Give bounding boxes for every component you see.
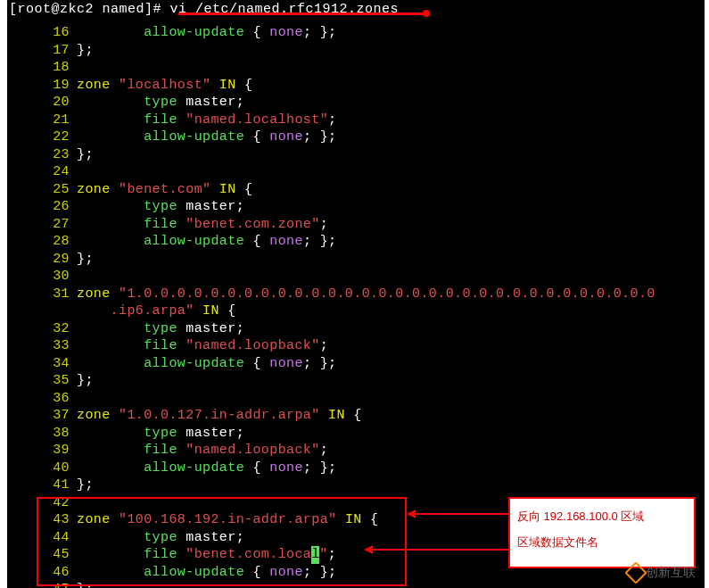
line-content: type master;: [77, 320, 244, 338]
code-line[interactable]: 37zone "1.0.0.127.in-addr.arpa" IN {: [7, 407, 705, 425]
line-content: type master;: [77, 425, 244, 443]
line-number: 23: [7, 146, 77, 164]
code-line[interactable]: 23};: [7, 146, 705, 164]
code-line[interactable]: 40 allow-update { none; };: [7, 460, 705, 477]
line-number: 16: [7, 24, 77, 42]
line-number: 30: [7, 268, 77, 286]
line-number: 40: [7, 460, 77, 477]
line-number: 33: [7, 337, 77, 355]
line-number: 31: [7, 286, 77, 303]
code-line[interactable]: 47};: [7, 581, 705, 588]
code-line[interactable]: 18: [7, 59, 705, 77]
line-content: file "benet.com.zone";: [77, 216, 328, 234]
line-number: 38: [7, 425, 77, 443]
line-number: 29: [7, 251, 77, 269]
line-number: 24: [7, 163, 77, 181]
command-underline-annotation: [178, 12, 428, 15]
line-number: 35: [7, 372, 77, 390]
code-line[interactable]: 25zone "benet.com" IN {: [7, 181, 705, 199]
code-line[interactable]: 33 file "named.loopback";: [7, 337, 705, 355]
line-number: 22: [7, 128, 77, 146]
line-number: 26: [7, 198, 77, 216]
code-line[interactable]: 38 type master;: [7, 425, 705, 443]
line-content: allow-update { none; };: [77, 355, 336, 373]
line-number: 42: [7, 494, 77, 512]
line-number: 32: [7, 320, 77, 338]
code-line[interactable]: 35};: [7, 372, 705, 390]
code-line[interactable]: 22 allow-update { none; };: [7, 128, 705, 146]
line-number: 21: [7, 112, 77, 129]
code-line[interactable]: 21 file "named.localhost";: [7, 112, 705, 129]
line-number: 25: [7, 181, 77, 199]
line-content: zone "100.168.192.in-addr.arpa" IN {: [77, 511, 379, 529]
code-line[interactable]: 20 type master;: [7, 94, 705, 112]
line-number: 44: [7, 529, 77, 547]
code-line[interactable]: 29};: [7, 251, 705, 269]
line-content: allow-update { none; };: [77, 128, 336, 146]
line-content: .ip6.arpa" IN {: [77, 302, 236, 320]
line-number: 39: [7, 442, 77, 460]
watermark-logo-icon: [626, 565, 642, 581]
line-number: 46: [7, 564, 77, 582]
line-content: };: [77, 581, 94, 588]
code-line[interactable]: 24: [7, 163, 705, 181]
line-content: type master;: [77, 198, 244, 216]
line-content: zone "benet.com" IN {: [77, 181, 252, 199]
line-content: type master;: [77, 529, 244, 547]
shell-prompt-line: [root@zkc2 named]# vi /etc/named.rfc1912…: [7, 0, 705, 19]
code-line[interactable]: 17};: [7, 42, 705, 60]
line-content: };: [77, 251, 94, 269]
code-line[interactable]: 39 file "named.loopback";: [7, 442, 705, 460]
line-content: file "named.loopback";: [77, 442, 328, 460]
code-line[interactable]: 30: [7, 268, 705, 286]
line-content: };: [77, 146, 94, 164]
line-number: 17: [7, 42, 77, 60]
line-number: 27: [7, 216, 77, 234]
line-content: allow-update { none; };: [77, 24, 336, 42]
line-number: [7, 302, 77, 320]
code-line[interactable]: 32 type master;: [7, 320, 705, 338]
code-line[interactable]: 41};: [7, 476, 705, 494]
line-number: 18: [7, 59, 77, 77]
code-line[interactable]: 31zone "1.0.0.0.0.0.0.0.0.0.0.0.0.0.0.0.…: [7, 286, 705, 303]
line-content: file "named.loopback";: [77, 337, 328, 355]
line-content: };: [77, 372, 94, 390]
line-number: 43: [7, 511, 77, 529]
line-content: file "benet.com.local";: [77, 546, 336, 564]
line-content: zone "localhost" IN {: [77, 77, 252, 95]
code-line[interactable]: 16 allow-update { none; };: [7, 24, 705, 42]
line-number: 36: [7, 390, 77, 408]
annotation-arrow-2-line: [371, 549, 508, 551]
line-number: 28: [7, 233, 77, 251]
line-content: allow-update { none; };: [77, 564, 336, 582]
annotation-arrow-2-head: [364, 545, 373, 554]
line-content: };: [77, 476, 94, 494]
prompt-user-host: [root@zkc2 named]#: [9, 2, 161, 17]
code-line[interactable]: 34 allow-update { none; };: [7, 355, 705, 373]
line-number: 41: [7, 476, 77, 494]
code-line[interactable]: .ip6.arpa" IN {: [7, 302, 705, 320]
code-line[interactable]: 27 file "benet.com.zone";: [7, 216, 705, 234]
line-content: file "named.localhost";: [77, 112, 336, 129]
code-line[interactable]: 36: [7, 390, 705, 408]
line-number: 19: [7, 77, 77, 95]
code-line[interactable]: 28 allow-update { none; };: [7, 233, 705, 251]
line-content: zone "1.0.0.0.0.0.0.0.0.0.0.0.0.0.0.0.0.…: [77, 286, 655, 303]
line-number: 34: [7, 355, 77, 373]
watermark-text: 创新互联: [646, 565, 696, 581]
terminal-window[interactable]: [root@zkc2 named]# vi /etc/named.rfc1912…: [7, 0, 705, 588]
code-line[interactable]: 19zone "localhost" IN {: [7, 77, 705, 95]
command-underline-dot: [423, 10, 430, 17]
annotation-callout-box: 反向 192.168.100.0 区域 区域数据文件名: [508, 497, 696, 568]
line-number: 20: [7, 94, 77, 112]
annotation-text-2: 区域数据文件名: [517, 530, 687, 556]
code-line[interactable]: 26 type master;: [7, 198, 705, 216]
line-number: 37: [7, 407, 77, 425]
line-number: 45: [7, 546, 77, 564]
line-number: 47: [7, 581, 77, 588]
annotation-arrow-1-head: [407, 509, 416, 518]
annotation-arrow-1-line: [414, 513, 508, 515]
line-content: allow-update { none; };: [77, 233, 336, 251]
line-content: zone "1.0.0.127.in-addr.arpa" IN {: [77, 407, 362, 425]
line-content: };: [77, 42, 94, 60]
